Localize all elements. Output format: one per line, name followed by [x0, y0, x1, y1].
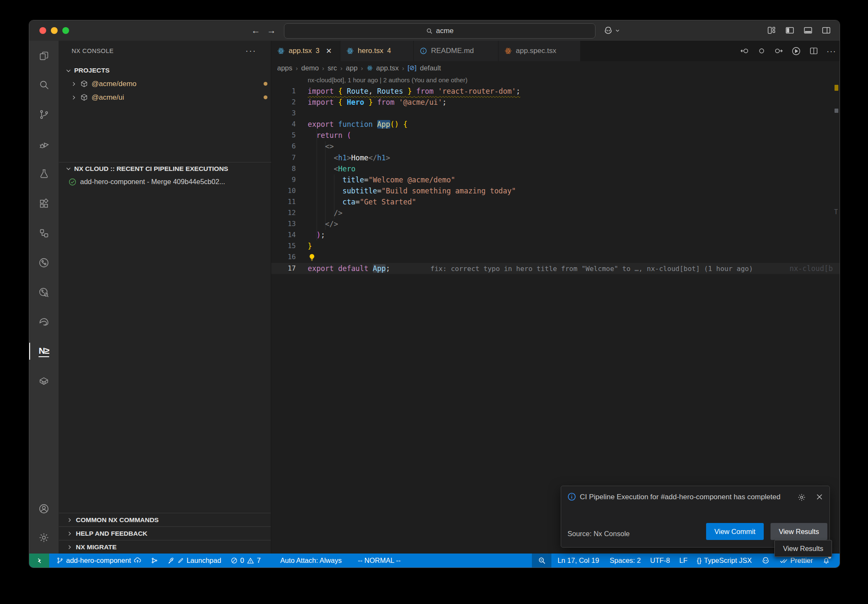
copilot-status-item[interactable]: [757, 554, 775, 568]
more-actions-icon[interactable]: ···: [245, 46, 256, 56]
overview-ruler[interactable]: T: [834, 75, 840, 554]
tab-bar: app.tsx 3 ✕ hero.tsx 4 README.md: [271, 41, 840, 61]
code-line-15[interactable]: 15}: [271, 240, 840, 252]
success-check-icon: [68, 178, 77, 186]
code-line-14[interactable]: 14 );: [271, 229, 840, 240]
extensions-icon[interactable]: [29, 193, 58, 214]
settings-gear-icon[interactable]: [29, 527, 58, 548]
code-line-11[interactable]: 11 cta="Get Started": [271, 196, 840, 207]
code-line-6[interactable]: 6 <>: [271, 141, 840, 152]
sidebar-nx-console: NX CONSOLE ··· PROJECTS @acme/demo @ac: [59, 41, 271, 554]
remote-indicator[interactable]: [29, 554, 49, 568]
project-item-acme-ui[interactable]: @acme/ui: [59, 91, 283, 104]
next-change-icon[interactable]: [774, 46, 783, 56]
split-editor-icon[interactable]: [809, 46, 818, 56]
code-line-10[interactable]: 10 subtitle="Build something amazing tod…: [271, 185, 840, 196]
codelens-blame[interactable]: nx-cloud[bot], 1 hour ago | 2 authors (Y…: [271, 75, 840, 86]
project-structure-icon[interactable]: [29, 223, 58, 243]
toggle-primary-sidebar-icon[interactable]: [785, 25, 795, 35]
more-actions-icon[interactable]: ···: [826, 46, 836, 56]
warning-icon: [247, 557, 254, 565]
breadcrumb-symbol-default[interactable]: default: [420, 64, 441, 72]
tab-app-spec-tsx[interactable]: app.spec.tsx: [498, 41, 581, 61]
tab-hero-tsx[interactable]: hero.tsx 4: [340, 41, 414, 61]
minimize-window-button[interactable]: [51, 27, 58, 34]
branch-status-item[interactable]: add-hero-component: [52, 554, 146, 568]
notification-settings-gear-icon[interactable]: [797, 493, 806, 502]
nx-cloud-section-header[interactable]: NX CLOUD :: RECENT CI PIPELINE EXECUTION…: [59, 162, 277, 175]
source-control-icon[interactable]: [29, 104, 58, 125]
problems-status-item[interactable]: 0 7: [226, 554, 265, 568]
auto-attach-status-item[interactable]: Auto Attach: Always: [275, 554, 346, 568]
breadcrumb-app[interactable]: app: [346, 64, 358, 72]
code-line-5[interactable]: 5 return (: [271, 130, 840, 141]
package-icon: [80, 93, 88, 101]
zoom-out-status-item[interactable]: [532, 554, 551, 568]
tab-app-tsx[interactable]: app.tsx 3 ✕: [271, 41, 340, 61]
command-center-search[interactable]: acme: [284, 23, 595, 39]
explorer-icon[interactable]: [29, 46, 58, 66]
eol-item[interactable]: LF: [675, 554, 692, 568]
code-line-16[interactable]: 16: [271, 252, 840, 263]
view-commit-button[interactable]: View Commit: [706, 523, 764, 540]
notification-close-icon[interactable]: [815, 493, 823, 501]
previous-change-icon[interactable]: [740, 46, 749, 56]
search-view-icon[interactable]: [29, 75, 58, 95]
pipeline-runs-icon[interactable]: [29, 252, 58, 273]
lightbulb-icon[interactable]: [308, 253, 316, 262]
code-line-1[interactable]: 1import { Route, Routes } from 'react-ro…: [271, 86, 840, 97]
run-and-debug-icon[interactable]: [29, 134, 58, 155]
code-line-13[interactable]: 13 </>: [271, 218, 840, 229]
accounts-icon[interactable]: [29, 498, 58, 519]
code-area[interactable]: nx-cloud[bot], 1 hour ago | 2 authors (Y…: [271, 75, 840, 554]
projects-section-header[interactable]: PROJECTS: [59, 64, 277, 77]
indentation-item[interactable]: Spaces: 2: [605, 554, 645, 568]
code-line-4[interactable]: 4export function App() {: [271, 119, 840, 130]
breadcrumb-file[interactable]: app.tsx: [376, 64, 399, 72]
nx-console-icon[interactable]: N≥: [29, 341, 58, 361]
code-line-17[interactable]: 17export default App;fix: correct typo i…: [271, 263, 840, 274]
pipeline-execution-item[interactable]: add-hero-component - Merge 409b44e5cb02.…: [59, 175, 280, 188]
code-line-9[interactable]: 9 title="Welcome @acme/demo": [271, 174, 840, 185]
breadcrumb-src[interactable]: src: [328, 64, 337, 72]
code-line-7[interactable]: 7 <h1>Home</h1>: [271, 152, 840, 163]
chevron-down-icon: [65, 165, 72, 172]
toggle-secondary-sidebar-icon[interactable]: [821, 25, 831, 35]
project-item-acme-demo[interactable]: @acme/demo: [59, 77, 283, 90]
vim-mode-status-item[interactable]: -- NORMAL --: [353, 554, 405, 568]
code-line-8[interactable]: 8 <Hero: [271, 163, 840, 174]
view-results-button[interactable]: View Results: [771, 523, 827, 540]
copilot-menu[interactable]: [603, 25, 620, 36]
section-help-and-feedback[interactable]: HELP AND FEEDBACK: [59, 526, 271, 540]
close-window-button[interactable]: [39, 27, 46, 34]
launchpad-status-item[interactable]: Launchpad: [163, 554, 226, 568]
code-line-12[interactable]: 12 />: [271, 207, 840, 218]
testing-icon[interactable]: [29, 164, 58, 184]
graph-explorer-icon[interactable]: [29, 282, 58, 302]
chevron-right-icon: [71, 95, 77, 101]
encoding-item[interactable]: UTF-8: [645, 554, 675, 568]
customize-layout-icon[interactable]: [767, 25, 776, 35]
section-common-nx-commands[interactable]: COMMON NX COMMANDS: [59, 513, 271, 526]
toggle-panel-icon[interactable]: [803, 25, 813, 35]
source-control-graph-item[interactable]: [146, 554, 163, 568]
zoom-window-button[interactable]: [62, 27, 69, 34]
tab-readme-md[interactable]: README.md: [414, 41, 498, 61]
code-line-2[interactable]: 2import { Hero } from '@acme/ui';: [271, 97, 840, 108]
language-mode-item[interactable]: {} TypeScript JSX: [692, 554, 757, 568]
search-icon: [426, 28, 433, 34]
edge-tools-icon[interactable]: [29, 312, 58, 332]
breadcrumb-apps[interactable]: apps: [277, 64, 292, 72]
section-nx-migrate[interactable]: NX MIGRATE: [59, 540, 271, 554]
back-arrow-icon[interactable]: ←: [251, 25, 260, 36]
compare-circle-icon[interactable]: [757, 47, 766, 55]
cursor-position-item[interactable]: Ln 17, Col 19: [551, 554, 605, 568]
forward-arrow-icon[interactable]: →: [267, 25, 276, 36]
breadcrumb-demo[interactable]: demo: [301, 64, 319, 72]
chevron-right-icon: [71, 81, 77, 87]
close-tab-icon[interactable]: ✕: [326, 47, 332, 56]
run-file-icon[interactable]: [791, 46, 801, 56]
code-line-3[interactable]: 3: [271, 108, 840, 119]
containers-icon[interactable]: [29, 371, 58, 391]
edge-blame: nx-cloud[b: [790, 263, 833, 274]
